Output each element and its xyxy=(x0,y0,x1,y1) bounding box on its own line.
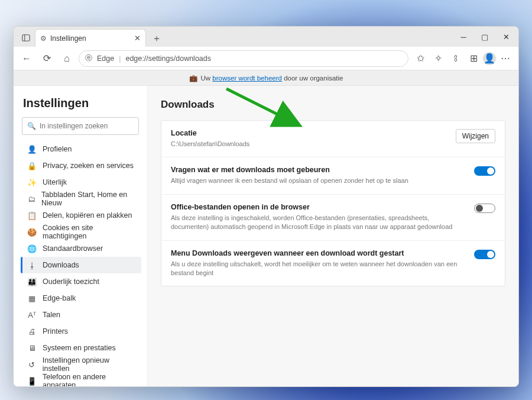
svg-rect-0 xyxy=(22,35,30,41)
settings-search[interactable]: 🔍 xyxy=(22,117,139,135)
sidebar-item-standaardbrowser[interactable]: 🌐Standaardbrowser xyxy=(21,240,141,257)
close-window-button[interactable]: ✕ xyxy=(496,29,516,44)
briefcase-icon: 💼 xyxy=(189,74,197,82)
settings-card: LocatieC:\Users\stefan\DownloadsWijzigen xyxy=(161,121,505,157)
sidebar-item-icon: 🖨 xyxy=(27,327,37,336)
toggle-switch[interactable] xyxy=(474,166,495,176)
page-title: Downloads xyxy=(161,99,505,111)
card-label: Menu Downloads weergeven wanneer een dow… xyxy=(171,249,466,257)
settings-sidebar: Instellingen 🔍 👤Profielen🔒Privacy, zoeke… xyxy=(14,86,148,386)
card-sub: Als deze instelling is ingeschakeld, wor… xyxy=(171,214,466,232)
sidebar-item-icon: 🔒 xyxy=(27,162,37,170)
tab-title: Instellingen xyxy=(50,34,131,43)
tab-strip: ⚙ Instellingen ✕ ＋ ─ ▢ ✕ xyxy=(14,27,518,47)
edge-logo-icon: ⓔ xyxy=(85,53,92,63)
sidebar-item-telefoon-en-andere-apparaten[interactable]: 📱Telefoon en andere apparaten xyxy=(21,373,141,386)
sidebar-item-icon: 👨‍👩‍👦 xyxy=(27,278,37,286)
content-area: Instellingen 🔍 👤Profielen🔒Privacy, zoeke… xyxy=(14,86,518,386)
settings-card-group: LocatieC:\Users\stefan\DownloadsWijzigen… xyxy=(161,120,505,286)
sidebar-item-icon: 🌐 xyxy=(27,244,37,253)
banner-link[interactable]: browser wordt beheerd xyxy=(212,75,282,82)
address-separator: | xyxy=(119,54,121,63)
card-label: Vragen wat er met downloads moet gebeure… xyxy=(171,166,466,174)
settings-card: Menu Downloads weergeven wanneer een dow… xyxy=(161,241,505,286)
more-icon[interactable]: ⋯ xyxy=(497,50,514,67)
sidebar-item-profielen[interactable]: 👤Profielen xyxy=(21,141,141,157)
sidebar-item-label: Cookies en site machtigingen xyxy=(43,224,137,240)
sidebar-item-uiterlijk[interactable]: ✨Uiterlijk xyxy=(21,174,141,191)
sidebar-item-systeem-en-prestaties[interactable]: 🖥Systeem en prestaties xyxy=(21,340,141,356)
sidebar-item-talen[interactable]: AᵀTalen xyxy=(21,307,141,323)
card-label: Office-bestanden openen in de browser xyxy=(171,203,466,211)
sidebar-item-label: Telefoon en andere apparaten xyxy=(43,373,137,386)
sidebar-item-instellingen-opnieuw-instellen[interactable]: ↺Instellingen opnieuw instellen xyxy=(21,356,141,373)
tab-actions-icon[interactable] xyxy=(17,29,35,47)
sidebar-item-downloads[interactable]: ⭳Downloads xyxy=(21,257,141,273)
sidebar-item-label: Talen xyxy=(43,311,60,319)
sidebar-item-icon: Aᵀ xyxy=(27,311,37,320)
settings-main: Downloads LocatieC:\Users\stefan\Downloa… xyxy=(148,86,518,386)
sidebar-item-icon: 👤 xyxy=(27,145,37,154)
extensions-icon[interactable]: ✧ xyxy=(430,50,446,67)
tab-settings[interactable]: ⚙ Instellingen ✕ xyxy=(35,29,146,47)
close-tab-icon[interactable]: ✕ xyxy=(134,34,141,43)
sidebar-item-label: Uiterlijk xyxy=(43,178,67,186)
sidebar-item-label: Systeem en prestaties xyxy=(43,344,116,352)
sidebar-item-label: Ouderlijk toezicht xyxy=(43,278,99,286)
sidebar-item-label: Instellingen opnieuw instellen xyxy=(43,356,137,373)
settings-card: Vragen wat er met downloads moet gebeure… xyxy=(161,157,505,194)
banner-pre: Uw xyxy=(201,75,213,82)
address-bar[interactable]: ⓔ Edge | edge://settings/downloads xyxy=(79,50,408,67)
card-sub: C:\Users\stefan\Downloads xyxy=(171,140,447,149)
sidebar-item-icon: ↺ xyxy=(27,360,37,369)
sidebar-item-icon: 🖥 xyxy=(27,344,37,353)
search-input[interactable] xyxy=(40,122,134,130)
maximize-button[interactable]: ▢ xyxy=(475,29,495,44)
sidebar-item-label: Downloads xyxy=(43,261,79,269)
sidebar-item-label: Profielen xyxy=(43,145,72,153)
sidebar-item-ouderlijk-toezicht[interactable]: 👨‍👩‍👦Ouderlijk toezicht xyxy=(21,273,141,290)
sidebar-item-label: Printers xyxy=(43,327,68,336)
sidebar-item-cookies-en-site-machtigingen[interactable]: 🍪Cookies en site machtigingen xyxy=(21,224,141,240)
sidebar-item-label: Standaardbrowser xyxy=(43,244,103,253)
sidebar-item-printers[interactable]: 🖨Printers xyxy=(21,323,141,340)
sidebar-item-privacy-zoeken-en-services[interactable]: 🔒Privacy, zoeken en services xyxy=(21,157,141,174)
gear-icon: ⚙ xyxy=(40,34,47,43)
banner-post: door uw organisatie xyxy=(282,75,343,82)
home-button[interactable]: ⌂ xyxy=(59,50,75,67)
sidebar-item-label: Privacy, zoeken en services xyxy=(43,162,134,170)
change-location-button[interactable]: Wijzigen xyxy=(456,129,495,143)
new-tab-button[interactable]: ＋ xyxy=(148,30,165,47)
sidebar-item-icon: ▦ xyxy=(27,294,37,303)
browser-window: ⚙ Instellingen ✕ ＋ ─ ▢ ✕ ← ⟳ ⌂ ⓔ Edge | … xyxy=(13,26,519,387)
refresh-button[interactable]: ⟳ xyxy=(38,50,55,67)
toolbar: ← ⟳ ⌂ ⓔ Edge | edge://settings/downloads… xyxy=(14,47,518,70)
sidebar-title: Instellingen xyxy=(20,96,141,110)
sidebar-item-edge-balk[interactable]: ▦Edge-balk xyxy=(21,290,141,307)
sidebar-item-icon: 📋 xyxy=(27,211,37,220)
sidebar-item-label: Tabbladen Start, Home en Nieuw xyxy=(41,191,137,207)
sidebar-item-icon: ⭳ xyxy=(27,261,37,270)
back-button[interactable]: ← xyxy=(18,50,35,67)
favorites-icon[interactable]: ⩉ xyxy=(447,50,464,67)
read-aloud-icon[interactable]: ✩ xyxy=(412,50,429,67)
sidebar-item-icon: ✨ xyxy=(27,178,37,187)
search-icon: 🔍 xyxy=(27,122,36,130)
minimize-button[interactable]: ─ xyxy=(453,29,473,44)
profile-avatar[interactable]: 👤 xyxy=(483,52,496,65)
sidebar-item-icon: 📱 xyxy=(27,377,37,386)
sidebar-item-icon: 🍪 xyxy=(27,228,37,237)
collections-icon[interactable]: ⊞ xyxy=(465,50,482,67)
managed-banner: 💼 Uw browser wordt beheerd door uw organ… xyxy=(14,70,518,86)
sidebar-item-tabbladen-start-home-en-nieuw[interactable]: 🗂Tabbladen Start, Home en Nieuw xyxy=(21,191,141,207)
address-prefix: Edge xyxy=(97,54,114,63)
address-url: edge://settings/downloads xyxy=(125,54,211,63)
toggle-switch[interactable] xyxy=(474,204,495,213)
toggle-switch[interactable] xyxy=(474,250,495,259)
sidebar-item-delen-kopi-ren-en-plakken[interactable]: 📋Delen, kopiëren en plakken xyxy=(21,207,141,224)
settings-card: Office-bestanden openen in de browserAls… xyxy=(161,195,505,241)
sidebar-item-icon: 🗂 xyxy=(27,195,35,204)
card-sub: Als u deze instelling uitschakelt, wordt… xyxy=(171,260,466,278)
card-sub: Altijd vragen wanneer ik een bestand wil… xyxy=(171,176,466,185)
sidebar-item-label: Delen, kopiëren en plakken xyxy=(43,211,132,220)
